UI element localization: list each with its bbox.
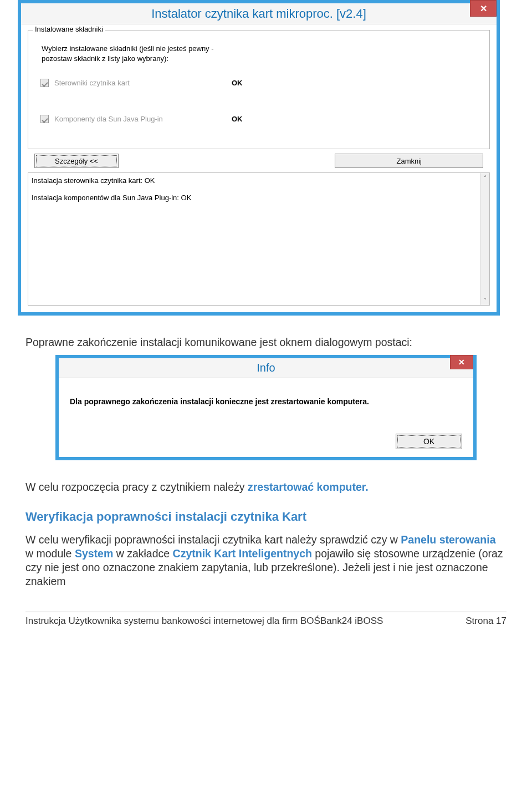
component-label: Sterowniki czytnika kart: [54, 79, 232, 87]
installer-title: Instalator czytnika kart mikroproc. [v2.…: [151, 7, 366, 21]
close-icon[interactable]: ✕: [470, 0, 497, 17]
paragraph-restart: W celu rozpoczęcia pracy z czytnikiem na…: [25, 480, 507, 494]
emphasis-reader: Czytnik Kart Inteligentnych: [173, 547, 312, 560]
checkbox-icon: [40, 79, 49, 87]
checkbox-icon: [40, 115, 49, 123]
info-title: Info: [257, 362, 275, 374]
emphasis-system: System: [75, 547, 113, 560]
scroll-up-icon[interactable]: ˄: [480, 173, 490, 182]
info-body: Dla poprawnego zakończenia instalacji ko…: [59, 378, 473, 457]
footer-left: Instrukcja Użytkownika systemu bankowośc…: [25, 616, 383, 627]
instruction-text: Wybierz instalowane składniki (jeśli nie…: [42, 44, 482, 63]
installer-body: Instalowane składniki Wybierz instalowan…: [21, 24, 497, 312]
button-row: Szczegóły << Zamknij: [28, 154, 490, 168]
scroll-down-icon[interactable]: ˅: [480, 296, 490, 305]
log-line: Instalacja sterownika czytnika kart: OK: [32, 176, 486, 185]
text-span: W celu weryfikacji poprawności instalacj…: [25, 533, 401, 546]
installer-window: Instalator czytnika kart mikroproc. [v2.…: [18, 0, 500, 316]
components-groupbox: Instalowane składniki Wybierz instalowan…: [28, 30, 490, 149]
scrollbar-vertical[interactable]: ˄ ˅: [480, 173, 489, 305]
info-button-row: OK: [70, 434, 462, 449]
log-box: Instalacja sterownika czytnika kart: OK …: [28, 172, 490, 306]
component-row: Komponenty dla Sun Java Plug-in OK: [40, 115, 482, 123]
groupbox-legend: Instalowane składniki: [33, 25, 105, 33]
text-span: w zakładce: [113, 547, 172, 560]
paragraph-intro: Poprawne zakończenie instalacji komuniko…: [25, 336, 507, 349]
info-titlebar: Info ✕: [59, 358, 473, 378]
close-button[interactable]: Zamknij: [335, 154, 483, 168]
section-title: Weryfikacja poprawności instalacji czytn…: [25, 510, 507, 524]
ok-button[interactable]: OK: [396, 434, 462, 449]
close-icon[interactable]: ✕: [450, 355, 473, 369]
component-label: Komponenty dla Sun Java Plug-in: [54, 115, 232, 123]
paragraph-verify: W celu weryfikacji poprawności instalacj…: [25, 533, 507, 588]
emphasis-panel: Panelu sterowania: [401, 533, 495, 546]
log-line: Instalacja komponentów dla Sun Java Plug…: [32, 194, 486, 202]
text-span: w module: [25, 547, 75, 560]
info-message: Dla poprawnego zakończenia instalacji ko…: [70, 397, 462, 406]
page-footer: Instrukcja Użytkownika systemu bankowośc…: [25, 616, 507, 627]
component-status: OK: [232, 115, 243, 123]
instruction-line2: pozostaw składnik z listy jako wybrany):: [42, 54, 168, 63]
text-span: W celu rozpoczęcia pracy z czytnikiem na…: [25, 481, 248, 493]
details-button[interactable]: Szczegóły <<: [34, 154, 119, 168]
instruction-line1: Wybierz instalowane składniki (jeśli nie…: [42, 44, 214, 53]
footer-right: Strona 17: [466, 616, 507, 627]
emphasis-restart: zrestartować komputer.: [248, 481, 369, 493]
installer-titlebar: Instalator czytnika kart mikroproc. [v2.…: [21, 3, 497, 24]
component-row: Sterowniki czytnika kart OK: [40, 79, 482, 87]
info-dialog: Info ✕ Dla poprawnego zakończenia instal…: [55, 355, 477, 460]
footer-rule: [25, 612, 507, 612]
component-status: OK: [232, 79, 243, 87]
